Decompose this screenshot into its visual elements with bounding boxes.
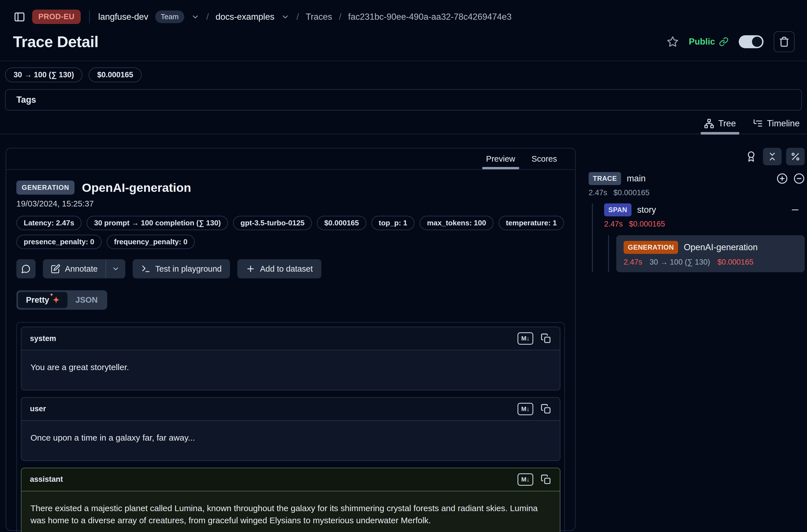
cost-badge: $0.000165 (89, 68, 142, 82)
playground-button[interactable]: Test in playground (133, 259, 230, 279)
span-metrics: 2.47s $0.000165 (604, 220, 805, 228)
tree-icon (704, 118, 714, 129)
breadcrumb-project[interactable]: docs-examples (215, 12, 274, 22)
tree-toolbar (588, 148, 805, 165)
trace-cost: $0.000165 (614, 188, 650, 197)
format-pretty-label: Pretty (26, 295, 49, 305)
observation-card: Preview Scores GENERATION OpenAI-generat… (6, 148, 576, 531)
zoom-out-icon[interactable] (793, 173, 805, 184)
tab-timeline-label: Timeline (767, 118, 800, 129)
breadcrumb-traces[interactable]: Traces (305, 12, 332, 22)
param-frequency-penalty: frequency_penalty: 0 (107, 235, 195, 249)
message-assistant: assistant M↓ There existed a majestic pl… (21, 468, 560, 532)
format-toggle: Pretty ✦✦ JSON (16, 290, 107, 310)
public-link[interactable]: Public (689, 37, 729, 47)
message-system: system M↓ You are a great storyteller. (21, 327, 560, 391)
breadcrumb-separator: / (296, 12, 299, 22)
link-icon (719, 37, 729, 46)
message-content: There existed a majestic planet called L… (21, 491, 560, 532)
copy-icon[interactable] (541, 333, 551, 344)
tab-preview[interactable]: Preview (486, 148, 515, 169)
page-title: Trace Detail (13, 33, 98, 51)
trace-detail-page: PROD-EU langfuse-dev Team / docs-example… (0, 0, 807, 532)
tab-timeline[interactable]: Timeline (753, 118, 800, 134)
param-presence-penalty: presence_penalty: 0 (16, 235, 101, 249)
edit-icon (51, 264, 60, 273)
generation-name: OpenAI-generation (684, 242, 757, 252)
annotate-dropdown-button[interactable] (106, 259, 125, 279)
comment-button[interactable] (16, 259, 36, 279)
param-cost: $0.000165 (317, 216, 366, 230)
terminal-icon (141, 264, 151, 273)
tags-box[interactable]: Tags (5, 89, 802, 111)
message-role: assistant (30, 475, 63, 484)
markdown-toggle-icon[interactable]: M↓ (518, 473, 533, 486)
messages-container: system M↓ You are a great storyteller. (16, 322, 565, 532)
param-temperature: temperature: 1 (499, 216, 564, 230)
add-to-dataset-button[interactable]: Add to dataset (237, 259, 321, 279)
star-icon[interactable] (667, 36, 679, 48)
markdown-toggle-icon[interactable]: M↓ (518, 332, 533, 345)
markdown-toggle-icon[interactable]: M↓ (518, 403, 533, 415)
zoom-in-icon[interactable] (776, 173, 788, 184)
span-badge: SPAN (604, 203, 632, 216)
tree-node-trace[interactable]: TRACE main 2.47s $0.000165 SP (588, 172, 805, 272)
copy-icon[interactable] (541, 474, 551, 485)
view-tabs: Tree Timeline (0, 111, 807, 134)
public-label: Public (689, 37, 715, 47)
tree-node-span[interactable]: SPAN story (604, 203, 805, 216)
chevron-down-icon[interactable] (281, 13, 289, 21)
tab-tree[interactable]: Tree (704, 118, 736, 134)
observation-params-row1: Latency: 2.47s 30 prompt → 100 completio… (16, 216, 565, 230)
percent-icon (790, 151, 801, 162)
breadcrumb-trace-id: fac231bc-90ee-490a-aa32-78c4269474e3 (348, 12, 511, 22)
trace-metrics: 2.47s $0.000165 (588, 188, 805, 197)
metrics-toggle-button[interactable] (786, 148, 805, 165)
breadcrumb-org[interactable]: langfuse-dev (98, 12, 148, 22)
scores-award-icon[interactable] (744, 149, 758, 164)
param-tokens: 30 prompt → 100 completion (∑ 130) (87, 216, 228, 230)
topbar-divider (89, 11, 90, 23)
chevron-down-icon[interactable] (191, 13, 200, 21)
public-toggle[interactable] (739, 35, 764, 48)
span-cost: $0.000165 (629, 220, 665, 228)
observation-header: GENERATION OpenAI-generation (16, 180, 565, 195)
breadcrumb-separator: / (206, 12, 209, 22)
generation-cost: $0.000165 (717, 258, 753, 267)
message-user: user M↓ Once upon a time in a galaxy far… (21, 397, 560, 461)
sparkles-icon: ✦✦ (53, 296, 59, 304)
param-latency: Latency: 2.47s (16, 216, 81, 230)
tree-node-generation-selected[interactable]: GENERATION OpenAI-generation 2.47s 30 → … (616, 235, 805, 272)
format-json[interactable]: JSON (68, 292, 106, 308)
collapse-all-button[interactable] (763, 148, 782, 165)
format-pretty[interactable]: Pretty ✦✦ (18, 292, 68, 308)
tree-branch: SPAN story 2.47s $0.000165 (592, 203, 805, 272)
org-type-badge: Team (155, 11, 185, 23)
generation-metrics: 2.47s 30 → 100 (∑ 130) $0.000165 (624, 258, 797, 267)
tab-scores[interactable]: Scores (531, 148, 557, 169)
trace-latency: 2.47s (588, 188, 607, 197)
annotate-split-button: Annotate (43, 259, 125, 279)
param-model: gpt-3.5-turbo-0125 (233, 216, 312, 230)
fold-vertical-icon (767, 151, 777, 162)
span-name: story (637, 205, 656, 215)
timeline-icon (753, 118, 763, 129)
observation-params-row2: presence_penalty: 0 frequency_penalty: 0 (16, 235, 565, 249)
copy-icon[interactable] (541, 404, 551, 414)
generation-badge: GENERATION (624, 241, 678, 254)
comment-icon (21, 264, 31, 273)
sidebar-toggle-icon[interactable] (14, 11, 25, 23)
observation-title: OpenAI-generation (82, 181, 191, 195)
tree-branch: GENERATION OpenAI-generation 2.47s 30 → … (608, 235, 805, 272)
toggle-knob (752, 37, 762, 47)
param-top-p: top_p: 1 (371, 216, 414, 230)
collapse-node-icon[interactable] (790, 205, 800, 215)
trace-metrics-row: 30 → 100 (∑ 130) $0.000165 (0, 61, 807, 82)
generation-usage: 30 → 100 (∑ 130) (650, 258, 710, 267)
observation-timestamp: 19/03/2024, 15:25:37 (16, 199, 565, 208)
delete-trace-button[interactable] (774, 31, 794, 52)
breadcrumb: PROD-EU langfuse-dev Team / docs-example… (0, 0, 807, 24)
plus-icon (246, 264, 255, 273)
annotate-button[interactable]: Annotate (43, 259, 106, 279)
message-role: system (30, 334, 56, 343)
